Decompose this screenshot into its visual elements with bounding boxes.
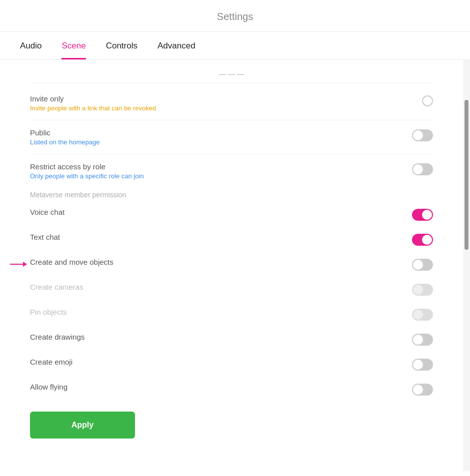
pin-objects-row: Pin objects: [30, 302, 433, 327]
divider-1: [30, 120, 433, 120]
divider-2: [30, 154, 433, 154]
allow-flying-row: Allow flying: [30, 377, 433, 402]
page-title: Settings: [0, 0, 470, 32]
restrict-access-toggle-knob: [413, 164, 423, 174]
page-container: Settings Audio Scene Controls Advanced —…: [0, 0, 470, 471]
create-cameras-row: Create cameras: [30, 277, 433, 302]
voice-chat-info: Voice chat: [30, 208, 412, 216]
allow-flying-toggle[interactable]: [412, 384, 433, 396]
create-drawings-info: Create drawings: [30, 333, 412, 341]
create-move-objects-info: Create and move objects: [30, 258, 412, 266]
create-emoji-title: Create emoji: [30, 358, 402, 366]
voice-chat-row: Voice chat: [30, 202, 433, 227]
create-move-objects-title: Create and move objects: [30, 258, 402, 266]
create-emoji-toggle-knob: [413, 360, 423, 370]
text-chat-title: Text chat: [30, 233, 402, 241]
pin-objects-info: Pin objects: [30, 308, 412, 316]
allow-flying-info: Allow flying: [30, 383, 412, 391]
voice-chat-toggle-knob: [422, 210, 432, 220]
create-emoji-info: Create emoji: [30, 358, 412, 366]
create-drawings-row: Create drawings: [30, 327, 433, 352]
scrollbar-area: [463, 60, 470, 471]
public-info: Public Listed on the homepage: [30, 128, 412, 146]
pin-objects-toggle[interactable]: [412, 309, 433, 321]
text-chat-info: Text chat: [30, 233, 412, 241]
public-toggle[interactable]: [412, 129, 433, 141]
invite-only-title: Invite only: [30, 94, 412, 103]
public-row: Public Listed on the homepage: [30, 122, 433, 152]
create-drawings-toggle-knob: [413, 335, 423, 345]
tab-audio[interactable]: Audio: [20, 32, 42, 59]
allow-flying-title: Allow flying: [30, 383, 402, 391]
public-desc: Listed on the homepage: [30, 138, 402, 146]
restrict-access-row: Restrict access by role Only people with…: [30, 156, 433, 186]
tab-scene[interactable]: Scene: [62, 32, 86, 59]
create-move-objects-toggle-knob: [413, 260, 423, 270]
create-cameras-toggle-knob: [413, 285, 423, 295]
text-chat-toggle-knob: [422, 235, 432, 245]
restrict-access-desc: Only people with a specific role can joi…: [30, 172, 402, 180]
scrollbar-thumb[interactable]: [464, 100, 468, 250]
public-title: Public: [30, 128, 402, 137]
invite-only-info: Invite only Invite people with a link th…: [30, 94, 422, 112]
restrict-access-info: Restrict access by role Only people with…: [30, 162, 412, 180]
text-chat-row: Text chat: [30, 227, 433, 252]
text-chat-toggle[interactable]: [412, 234, 433, 246]
restrict-access-toggle[interactable]: [412, 163, 433, 175]
create-drawings-title: Create drawings: [30, 333, 402, 341]
tab-controls[interactable]: Controls: [106, 32, 138, 59]
metaverse-label: Metaverse member permission: [30, 186, 433, 202]
voice-chat-toggle[interactable]: [412, 209, 433, 221]
voice-chat-title: Voice chat: [30, 208, 402, 216]
create-emoji-toggle[interactable]: [412, 359, 433, 371]
invite-only-desc: Invite people with a link that can be re…: [30, 104, 412, 112]
pin-objects-title: Pin objects: [30, 308, 402, 316]
apply-button[interactable]: Apply: [30, 412, 135, 439]
pin-objects-toggle-knob: [413, 310, 423, 320]
create-cameras-info: Create cameras: [30, 283, 412, 291]
create-emoji-row: Create emoji: [30, 352, 433, 377]
create-drawings-toggle[interactable]: [412, 334, 433, 346]
create-move-objects-row: Create and move objects: [30, 252, 433, 277]
invite-only-row: Invite only Invite people with a link th…: [30, 88, 433, 118]
scroll-content: — — — Invite only Invite people with a l…: [0, 60, 463, 471]
restrict-access-title: Restrict access by role: [30, 162, 402, 171]
tab-advanced[interactable]: Advanced: [158, 32, 196, 59]
create-cameras-title: Create cameras: [30, 283, 402, 291]
create-move-objects-toggle[interactable]: [412, 259, 433, 271]
truncated-indicator: — — —: [30, 70, 433, 83]
tabs-bar: Audio Scene Controls Advanced: [0, 32, 470, 60]
public-toggle-knob: [413, 130, 423, 140]
content-area: — — — Invite only Invite people with a l…: [0, 60, 470, 471]
invite-only-radio[interactable]: [422, 95, 433, 106]
create-cameras-toggle[interactable]: [412, 284, 433, 296]
allow-flying-toggle-knob: [413, 385, 423, 395]
